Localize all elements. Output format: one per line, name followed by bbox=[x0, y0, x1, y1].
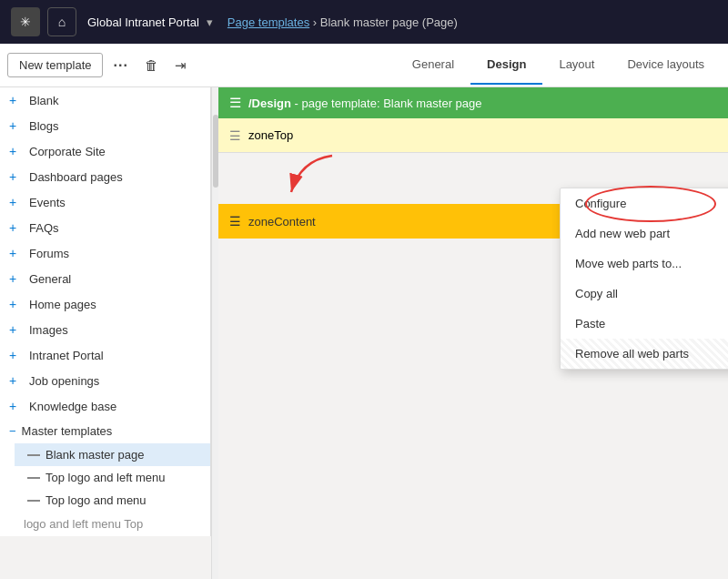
sidebar-item-label: FAQs bbox=[29, 221, 201, 235]
plus-icon: + bbox=[9, 118, 24, 133]
sidebar-item-label: Job openings bbox=[29, 374, 201, 388]
delete-button[interactable]: 🗑 bbox=[138, 53, 165, 77]
plus-icon: + bbox=[9, 322, 24, 337]
dropdown-arrow[interactable]: ▾ bbox=[207, 15, 213, 29]
design-area: ☰ /Design - page template: Blank master … bbox=[218, 87, 728, 239]
sidebar-item-forums[interactable]: + Forums bbox=[0, 240, 210, 266]
context-menu-configure[interactable]: Configure bbox=[561, 188, 728, 218]
sidebar: + Blank + Blogs + Corporate Site + Dashb… bbox=[0, 87, 218, 579]
scrollbar[interactable] bbox=[211, 87, 218, 579]
breadcrumb-type: (Page) bbox=[422, 15, 458, 29]
sidebar-item-images[interactable]: + Images bbox=[0, 317, 210, 342]
sidebar-item-label: Home pages bbox=[29, 298, 201, 311]
sidebar-item-faqs[interactable]: + FAQs bbox=[0, 215, 210, 240]
sidebar-item-dashboard-pages[interactable]: + Dashboard pages bbox=[0, 164, 210, 189]
context-menu: Configure Add new web part Move web part… bbox=[560, 188, 728, 370]
zone-content-icon: ☰ bbox=[229, 214, 241, 229]
breadcrumb-link[interactable]: Page templates bbox=[228, 15, 309, 29]
sidebar-item-events[interactable]: + Events bbox=[0, 189, 210, 215]
hamburger-icon: ☰ bbox=[229, 95, 241, 111]
sidebar-group-children: Blank master page Top logo and left menu… bbox=[0, 443, 210, 512]
zone-top: ☰ zoneTop bbox=[218, 118, 728, 153]
design-header: ☰ /Design - page template: Blank master … bbox=[218, 87, 728, 118]
sidebar-item-home-pages[interactable]: + Home pages bbox=[0, 291, 210, 317]
app-title: Global Intranet Portal bbox=[87, 15, 199, 29]
tabs: General Design Layout Device layouts bbox=[396, 46, 721, 85]
zone-content-label: zoneContent bbox=[248, 215, 316, 229]
sidebar-item-label: Dashboard pages bbox=[29, 170, 201, 184]
plus-icon: + bbox=[9, 297, 24, 311]
context-menu-copy-all[interactable]: Copy all bbox=[561, 279, 728, 309]
sidebar-item-label: Intranet Portal bbox=[29, 349, 201, 362]
sidebar-item-label: General bbox=[29, 272, 201, 286]
copy-all-label: Copy all bbox=[575, 287, 618, 300]
context-menu-add-web-part[interactable]: Add new web part bbox=[561, 218, 728, 249]
app-logo[interactable]: ✳ bbox=[11, 7, 40, 36]
plus-icon: + bbox=[9, 144, 24, 158]
toolbar: New template ··· 🗑 ⇥ General Design Layo… bbox=[0, 44, 728, 87]
export-button[interactable]: ⇥ bbox=[168, 53, 193, 78]
context-menu-move-web-parts[interactable]: Move web parts to... bbox=[561, 249, 728, 279]
main-layout: + Blank + Blogs + Corporate Site + Dashb… bbox=[0, 87, 728, 579]
sidebar-child-label: Blank master page bbox=[46, 448, 144, 462]
plus-icon: + bbox=[9, 169, 24, 184]
sidebar-child-label: Top logo and left menu bbox=[46, 471, 166, 484]
more-options-button[interactable]: ··· bbox=[106, 53, 134, 78]
home-button[interactable]: ⌂ bbox=[47, 7, 76, 36]
plus-icon: + bbox=[9, 246, 24, 260]
plus-icon: + bbox=[9, 373, 24, 388]
sidebar-item-job-openings[interactable]: + Job openings bbox=[0, 368, 210, 393]
plus-icon: + bbox=[9, 195, 24, 209]
sidebar-item-knowledge-base[interactable]: + Knowledge base bbox=[0, 393, 210, 419]
remove-all-label: Remove all web parts bbox=[575, 347, 689, 361]
tab-general[interactable]: General bbox=[396, 46, 470, 85]
sidebar-item-blank[interactable]: + Blank bbox=[0, 87, 210, 113]
design-header-label: /Design - page template: Blank master pa… bbox=[248, 96, 482, 110]
new-template-button[interactable]: New template bbox=[7, 53, 103, 77]
context-menu-remove-all[interactable]: Remove all web parts bbox=[561, 339, 728, 369]
sidebar-item-corporate-site[interactable]: + Corporate Site bbox=[0, 138, 210, 164]
sidebar-child-label: Top logo and menu bbox=[46, 493, 147, 507]
sidebar-item-general[interactable]: + General bbox=[0, 266, 210, 291]
sidebar-group-header[interactable]: − Master templates bbox=[0, 419, 210, 443]
sidebar-item-label: Blogs bbox=[29, 119, 201, 133]
content-area: ☰ /Design - page template: Blank master … bbox=[218, 87, 728, 579]
sidebar-group-master-templates: − Master templates Blank master page Top… bbox=[0, 419, 210, 512]
sidebar-item-label: Corporate Site bbox=[29, 145, 201, 158]
sidebar-item-label: Forums bbox=[29, 247, 201, 260]
sidebar-item-intranet-portal[interactable]: + Intranet Portal bbox=[0, 342, 210, 368]
configure-label: Configure bbox=[575, 197, 626, 210]
zone-top-icon: ☰ bbox=[229, 128, 241, 143]
plus-icon: + bbox=[9, 93, 24, 107]
add-web-part-label: Add new web part bbox=[575, 227, 670, 240]
sidebar-item-label: Images bbox=[29, 323, 201, 337]
sidebar-item-blogs[interactable]: + Blogs bbox=[0, 113, 210, 138]
breadcrumb: Page templates › Blank master page (Page… bbox=[228, 15, 458, 29]
sidebar-child-top-logo-left[interactable]: Top logo and left menu bbox=[15, 466, 210, 489]
tab-layout[interactable]: Layout bbox=[542, 46, 611, 85]
bullet-icon bbox=[27, 477, 40, 479]
sidebar-child-top-logo-menu[interactable]: Top logo and menu bbox=[15, 489, 210, 512]
context-menu-paste[interactable]: Paste bbox=[561, 309, 728, 339]
plus-icon: + bbox=[9, 348, 24, 362]
minus-icon: − bbox=[9, 424, 16, 438]
plus-icon: + bbox=[9, 220, 24, 235]
topbar: ✳ ⌂ Global Intranet Portal ▾ Page templa… bbox=[0, 0, 728, 44]
tab-design[interactable]: Design bbox=[470, 46, 542, 85]
sidebar-item-label: Knowledge base bbox=[29, 400, 201, 413]
zone-top-label: zoneTop bbox=[248, 128, 293, 142]
sidebar-item-label: Events bbox=[29, 196, 201, 209]
paste-label: Paste bbox=[575, 317, 605, 330]
move-web-parts-label: Move web parts to... bbox=[575, 257, 682, 270]
sidebar-item-logo-left-top[interactable]: logo and left menu Top bbox=[0, 512, 210, 536]
bullet-icon bbox=[27, 500, 40, 502]
sidebar-item-label: logo and left menu Top bbox=[24, 517, 201, 531]
scrollbar-thumb[interactable] bbox=[213, 115, 218, 188]
sidebar-child-blank-master[interactable]: Blank master page bbox=[15, 443, 210, 466]
bullet-icon bbox=[27, 454, 40, 456]
sidebar-item-label: Blank bbox=[29, 94, 201, 107]
plus-icon: + bbox=[9, 399, 24, 413]
tab-device-layouts[interactable]: Device layouts bbox=[611, 46, 721, 85]
red-arrow bbox=[273, 151, 346, 206]
breadcrumb-separator: › bbox=[313, 15, 320, 29]
